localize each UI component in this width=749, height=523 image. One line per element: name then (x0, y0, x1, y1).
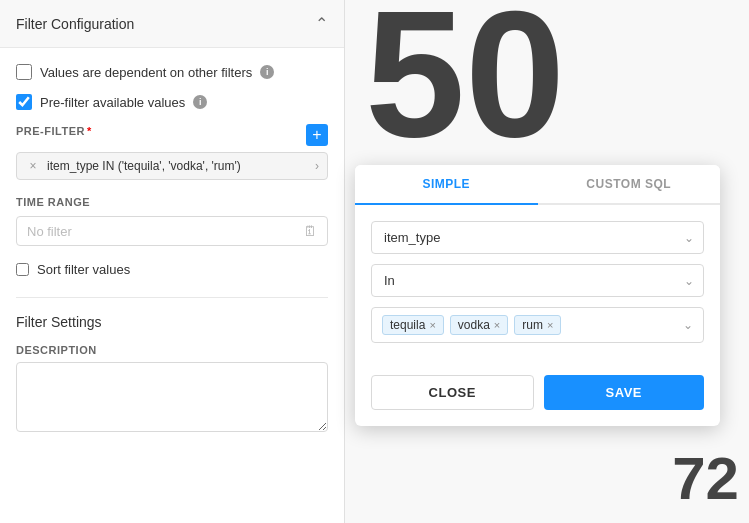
description-section: DESCRIPTION (16, 344, 328, 435)
description-label: DESCRIPTION (16, 344, 328, 356)
modal-tabs: SIMPLE CUSTOM SQL (355, 165, 720, 205)
filter-config-title: Filter Configuration (16, 16, 134, 32)
bg-large-number: 50 (365, 0, 565, 177)
values-dependent-row: Values are dependent on other filters i (16, 64, 328, 80)
tag-vodka-label: vodka (458, 318, 490, 332)
time-range-placeholder: No filter (27, 224, 72, 239)
tag-vodka-close-icon[interactable]: × (494, 320, 500, 331)
values-tags-container[interactable]: tequila × vodka × rum × ⌄ (371, 307, 704, 343)
pre-filter-header: PRE-FILTER* + (16, 124, 328, 146)
divider (16, 297, 328, 298)
required-star: * (87, 125, 92, 137)
tag-tequila: tequila × (382, 315, 444, 335)
time-range-label: TIME RANGE (16, 196, 328, 208)
sort-filter-label: Sort filter values (37, 262, 130, 277)
save-button[interactable]: SAVE (544, 375, 705, 410)
pre-filter-tag-close-icon[interactable]: × (25, 158, 41, 174)
pre-filter-checkbox[interactable] (16, 94, 32, 110)
pre-filter-checkbox-row: Pre-filter available values i (16, 94, 328, 110)
add-pre-filter-button[interactable]: + (306, 124, 328, 146)
collapse-icon[interactable]: ⌃ (315, 14, 328, 33)
calendar-icon: 🗓 (303, 223, 317, 239)
operator-select[interactable]: In Not in Like (371, 264, 704, 297)
modal-footer: CLOSE SAVE (355, 375, 720, 426)
values-dependent-label: Values are dependent on other filters (40, 65, 252, 80)
tag-rum-label: rum (522, 318, 543, 332)
pre-filter-label: Pre-filter available values (40, 95, 185, 110)
tag-rum: rum × (514, 315, 561, 335)
tab-simple[interactable]: SIMPLE (355, 165, 538, 203)
tag-rum-close-icon[interactable]: × (547, 320, 553, 331)
operator-select-wrapper: In Not in Like ⌄ (371, 264, 704, 297)
pre-filter-tag-row: × item_type IN ('tequila', 'vodka', 'rum… (16, 152, 328, 180)
tags-dropdown-icon[interactable]: ⌄ (683, 318, 693, 332)
filter-config-header: Filter Configuration ⌃ (0, 0, 344, 48)
tab-custom-sql[interactable]: CUSTOM SQL (538, 165, 721, 203)
pre-filter-tag-text: item_type IN ('tequila', 'vodka', 'rum') (47, 159, 309, 173)
left-panel: Filter Configuration ⌃ Values are depend… (0, 0, 345, 523)
filter-settings-title: Filter Settings (16, 314, 328, 330)
column-select-wrapper: item_type ⌄ (371, 221, 704, 254)
pre-filter-tag-arrow-icon[interactable]: › (315, 159, 319, 173)
sort-filter-checkbox[interactable] (16, 263, 29, 276)
pre-filter-info-icon[interactable]: i (193, 95, 207, 109)
pre-filter-section-label: PRE-FILTER* (16, 125, 92, 137)
column-select[interactable]: item_type (371, 221, 704, 254)
panel-content: Values are dependent on other filters i … (0, 48, 344, 451)
time-range-section: TIME RANGE No filter 🗓 (16, 196, 328, 246)
values-dependent-info-icon[interactable]: i (260, 65, 274, 79)
filter-modal: SIMPLE CUSTOM SQL item_type ⌄ In Not in … (355, 165, 720, 426)
bg-small-number: 72 (672, 444, 739, 513)
description-textarea[interactable] (16, 362, 328, 432)
sort-filter-row: Sort filter values (16, 262, 328, 277)
tag-tequila-label: tequila (390, 318, 425, 332)
modal-body: item_type ⌄ In Not in Like ⌄ tequila × v… (355, 205, 720, 375)
values-dependent-checkbox[interactable] (16, 64, 32, 80)
tag-vodka: vodka × (450, 315, 508, 335)
pre-filter-section: PRE-FILTER* + × item_type IN ('tequila',… (16, 124, 328, 180)
time-range-input[interactable]: No filter 🗓 (16, 216, 328, 246)
close-button[interactable]: CLOSE (371, 375, 534, 410)
tag-tequila-close-icon[interactable]: × (429, 320, 435, 331)
